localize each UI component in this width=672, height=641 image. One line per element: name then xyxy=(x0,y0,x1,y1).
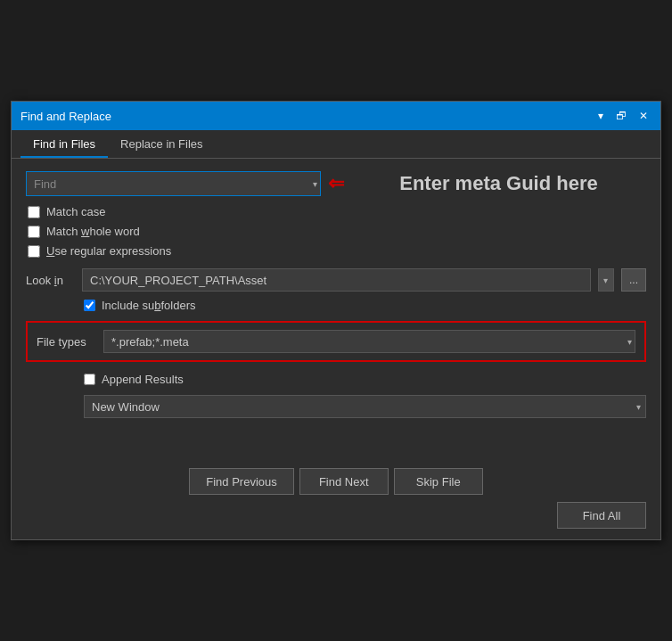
append-results-row: Append Results xyxy=(26,373,646,386)
primary-buttons-row: Find Previous Find Next Skip File xyxy=(26,468,646,495)
match-case-row: Match case xyxy=(26,205,646,218)
include-subfolders-label: Include subfolders xyxy=(102,299,196,312)
file-types-label: File types xyxy=(37,335,94,349)
find-input[interactable] xyxy=(26,171,321,196)
dialog-content: ▾ ⇐ Enter meta Guid here Match case Matc… xyxy=(12,159,660,539)
result-window-select[interactable]: New Window Existing Window xyxy=(84,395,646,418)
find-and-replace-dialog: Find and Replace ▾ 🗗 ✕ Find in Files Rep… xyxy=(11,101,661,540)
match-whole-word-label: Match whole word xyxy=(46,225,140,238)
use-regex-checkbox[interactable] xyxy=(28,245,40,258)
spacer xyxy=(26,432,646,468)
file-types-input-wrapper: ▾ xyxy=(103,330,635,353)
use-regex-row: Use regular expressions xyxy=(26,244,646,258)
browse-button[interactable]: ... xyxy=(621,268,646,292)
find-all-button[interactable]: Find All xyxy=(557,502,646,529)
title-bar-controls: ▾ 🗗 ✕ xyxy=(594,108,652,124)
find-next-button[interactable]: Find Next xyxy=(299,468,389,495)
look-in-row: Look in ▾ ... xyxy=(26,268,646,292)
dialog-title: Find and Replace xyxy=(20,110,111,123)
tab-replace-in-files[interactable]: Replace in Files xyxy=(108,130,216,158)
find-row: ▾ ⇐ Enter meta Guid here xyxy=(26,171,646,196)
pin-button[interactable]: ▾ xyxy=(594,108,607,124)
find-input-wrapper: ▾ xyxy=(26,171,321,196)
file-types-section: File types ▾ xyxy=(26,321,646,362)
tab-find-in-files[interactable]: Find in Files xyxy=(20,130,108,158)
include-subfolders-checkbox[interactable] xyxy=(84,300,95,311)
close-button[interactable]: ✕ xyxy=(635,108,652,124)
include-subfolders-row: Include subfolders xyxy=(26,299,646,312)
hint-text: Enter meta Guid here xyxy=(351,172,646,195)
look-in-dropdown-arrow[interactable]: ▾ xyxy=(598,268,614,292)
tab-bar: Find in Files Replace in Files xyxy=(12,130,660,159)
title-bar: Find and Replace ▾ 🗗 ✕ xyxy=(12,102,660,130)
secondary-buttons-row: Find All xyxy=(26,502,646,529)
match-case-checkbox[interactable] xyxy=(28,206,40,218)
match-case-label: Match case xyxy=(46,205,105,218)
look-in-label: Look in xyxy=(26,274,75,287)
find-previous-button[interactable]: Find Previous xyxy=(189,468,293,495)
append-results-checkbox[interactable] xyxy=(84,374,95,385)
file-types-row: File types ▾ xyxy=(37,330,635,353)
look-in-input[interactable] xyxy=(82,268,591,292)
match-whole-word-checkbox[interactable] xyxy=(28,226,40,238)
append-results-label: Append Results xyxy=(102,373,184,386)
restore-button[interactable]: 🗗 xyxy=(612,108,630,124)
use-regex-label: Use regular expressions xyxy=(46,244,171,258)
new-window-row: New Window Existing Window ▾ xyxy=(26,395,646,418)
skip-file-button[interactable]: Skip File xyxy=(394,468,483,495)
file-types-input[interactable] xyxy=(103,330,635,353)
match-whole-word-row: Match whole word xyxy=(26,225,646,238)
left-arrow-icon: ⇐ xyxy=(328,174,344,193)
new-window-select-wrapper: New Window Existing Window ▾ xyxy=(84,395,646,418)
